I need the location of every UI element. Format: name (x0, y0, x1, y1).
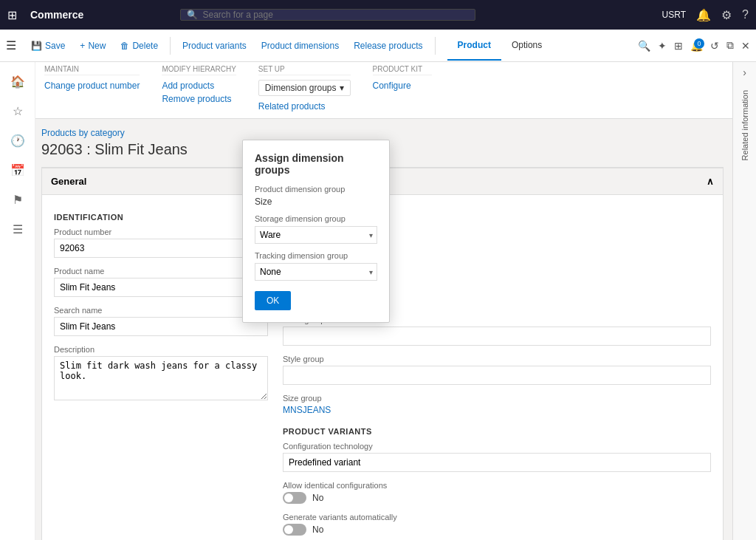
delete-icon: 🗑 (120, 41, 129, 51)
modal-product-dim-label: Product dimension group (255, 185, 377, 194)
chevron-down-icon: ▾ (340, 83, 344, 93)
size-group-label: Size group (283, 394, 711, 403)
top-nav: ⊞ Commerce 🔍 USRT 🔔 ⚙ ? (0, 0, 756, 30)
ribbon: Maintain Change product number Modify hi… (35, 62, 732, 119)
modal-tracking-dim-label: Tracking dimension group (255, 251, 377, 260)
style-group-field: Style group (283, 355, 711, 385)
tracking-dim-select[interactable]: None Serial Batch (255, 263, 377, 281)
ribbon-group-setup: Set up Dimension groups ▾ Related produc… (258, 65, 351, 112)
size-group-field: Size group MNSJEANS (283, 394, 711, 415)
sidebar-recent[interactable]: 🕐 (4, 127, 31, 154)
sidebar-filter[interactable]: ⚑ (4, 186, 31, 213)
action-bar: ☰ 💾 Save + New 🗑 Delete Product variants… (0, 30, 756, 62)
product-variants-section: PRODUCT VARIANTS Configuration technolog… (283, 427, 711, 540)
release-products-button[interactable]: Release products (348, 38, 428, 54)
right-panel-label[interactable]: Related information (740, 83, 749, 168)
add-products-btn[interactable]: Add products (162, 80, 236, 92)
product-variants-button[interactable]: Product variants (176, 38, 252, 54)
search-name-input[interactable] (54, 317, 268, 336)
description-label: Description (54, 345, 268, 354)
detach-icon[interactable]: ⧉ (726, 39, 734, 52)
search-icon: 🔍 (187, 10, 198, 20)
config-tech-input[interactable] (283, 453, 711, 472)
allow-identical-label: Allow identical configurations (283, 481, 711, 490)
sidebar-home[interactable]: 🏠 (4, 68, 31, 95)
assign-dimension-groups-modal: Assign dimension groups Product dimensio… (242, 140, 390, 323)
dimension-groups-dropdown[interactable]: Dimension groups ▾ (258, 80, 351, 96)
change-product-number[interactable]: Change product number (44, 80, 140, 92)
modal-title: Assign dimension groups (255, 152, 377, 176)
modal-product-dim-value: Size (255, 196, 377, 207)
config-tech-field: Configuration technology (283, 442, 711, 472)
right-panel-collapse[interactable]: › (738, 62, 751, 83)
style-group-input[interactable] (283, 366, 711, 385)
search-bar[interactable]: 🔍 (180, 9, 475, 21)
help-icon[interactable]: ? (742, 8, 749, 21)
allow-identical-row: No (283, 492, 711, 504)
new-button[interactable]: + New (74, 38, 111, 54)
search-input[interactable] (202, 10, 469, 20)
action-bar-right: 🔍 ✦ ⊞ 🔔 0 ↺ ⧉ ✕ (638, 39, 750, 52)
size-group-value[interactable]: MNSJEANS (283, 405, 331, 415)
generate-variants-toggle[interactable] (283, 524, 306, 536)
storage-dim-select[interactable]: Ware None Site (255, 226, 377, 244)
generate-variants-field: Generate variants automatically No (283, 513, 711, 536)
sidebar-list[interactable]: ☰ (4, 216, 31, 242)
hamburger-icon[interactable]: ☰ (6, 38, 16, 52)
product-number-input[interactable] (54, 239, 268, 258)
delete-button[interactable]: 🗑 Delete (114, 38, 164, 54)
remove-products-btn[interactable]: Remove products (162, 93, 236, 105)
product-dimensions-button[interactable]: Product dimensions (255, 38, 345, 54)
bell-icon[interactable]: 🔔 (696, 8, 711, 22)
tab-product[interactable]: Product (447, 31, 501, 61)
gear-icon[interactable]: ⚙ (721, 8, 732, 22)
generate-variants-label: Generate variants automatically (283, 513, 711, 522)
identification-col: IDENTIFICATION Product number Product na… (54, 207, 268, 540)
connect-icon[interactable]: ✦ (658, 40, 667, 52)
notification-btn[interactable]: 🔔 0 (690, 40, 703, 52)
tab-area: Product Options (447, 31, 553, 61)
sidebar-workspaces[interactable]: 📅 (4, 157, 31, 183)
storage-dim-select-wrapper: Ware None Site (255, 226, 377, 244)
style-group-label: Style group (283, 355, 711, 363)
product-number-group: Product number (54, 228, 268, 258)
breadcrumb[interactable]: Products by category (41, 128, 724, 138)
generate-variants-row: No (283, 524, 711, 536)
ribbon-group-modify: Modify hierarchy Add products Remove pro… (162, 65, 236, 112)
product-number-label: Product number (54, 228, 268, 236)
related-products-btn[interactable]: Related products (258, 100, 351, 112)
identification-header: IDENTIFICATION (54, 213, 268, 222)
description-group: Description Slim fit dark wash jeans for… (54, 345, 268, 403)
setup-label: Set up (258, 65, 351, 75)
separator-1 (170, 37, 171, 55)
allow-identical-toggle[interactable] (283, 492, 306, 504)
search-page-icon[interactable]: 🔍 (638, 40, 650, 52)
refresh-icon[interactable]: ↺ (710, 40, 719, 52)
modal-storage-dim-label: Storage dimension group (255, 214, 377, 223)
description-input[interactable]: Slim fit dark wash jeans for a classy lo… (54, 356, 268, 400)
ribbon-group-maintain: Maintain Change product number (44, 65, 140, 112)
save-icon: 💾 (31, 41, 42, 51)
product-name-input[interactable] (54, 278, 268, 297)
close-icon[interactable]: ✕ (741, 40, 750, 52)
configure-btn[interactable]: Configure (373, 80, 432, 92)
ribbon-group-productkit: Product kit Configure (373, 65, 432, 112)
collapse-icon[interactable]: ∧ (707, 176, 714, 187)
modal-ok-button[interactable]: OK (255, 291, 291, 310)
main-layout: 🏠 ☆ 🕐 📅 ⚑ ☰ Maintain Change product numb… (0, 62, 756, 540)
save-button[interactable]: 💾 Save (25, 38, 71, 54)
grid-icon[interactable]: ⊞ (7, 8, 17, 22)
modify-label: Modify hierarchy (162, 65, 236, 75)
config-tech-label: Configuration technology (283, 442, 711, 451)
productkit-label: Product kit (373, 65, 432, 75)
tracking-dim-select-wrapper: None Serial Batch (255, 263, 377, 281)
sidebar-favorites[interactable]: ☆ (4, 98, 31, 124)
tab-options[interactable]: Options (501, 31, 552, 61)
product-name-label: Product name (54, 267, 268, 276)
search-name-group: Search name (54, 306, 268, 336)
office-icon[interactable]: ⊞ (674, 40, 683, 52)
product-variants-header: PRODUCT VARIANTS (283, 427, 711, 436)
generate-variants-value: No (312, 524, 323, 535)
color-group-input[interactable] (283, 327, 711, 346)
separator-2 (435, 37, 436, 55)
